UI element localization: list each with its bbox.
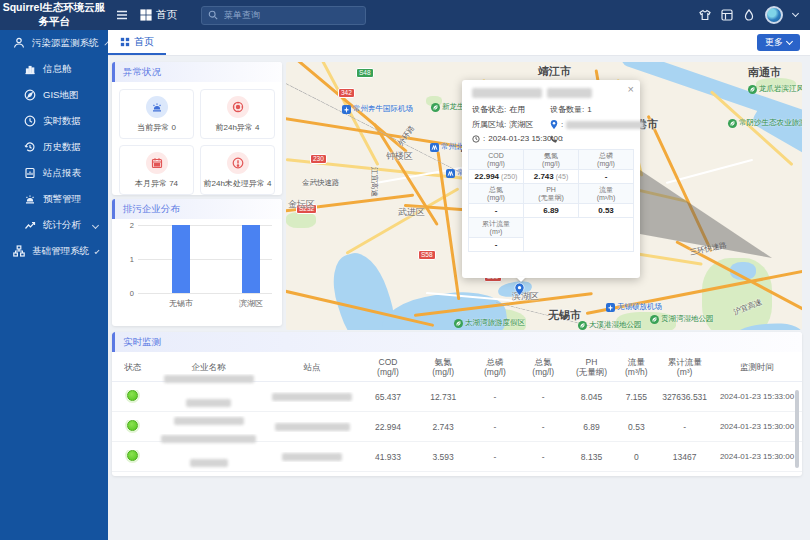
menu-siren-icon [24,193,36,205]
value-cell: 2024-01-23 15:30:00 [712,452,802,461]
menu-search-box[interactable] [201,6,366,25]
leaf-icon [650,315,659,324]
value-cell: - [519,392,567,402]
poi-无锡硕放机场[interactable]: 无锡硕放机场 [606,302,662,312]
topbar-home-label: 首页 [156,8,177,22]
theme-shirt-icon[interactable] [699,9,711,21]
realtime-monitor-card: 实时监测 状态企业名称站点COD(mg/l)氨氮(mg/l)总磷(mg/l)总氮… [112,332,802,476]
topbar-home-link[interactable]: 首页 [140,8,177,22]
pin-icon [550,120,558,129]
road-badge-342: 342 [338,88,355,98]
metric-value-COD: 22.994(250) [469,170,524,184]
sidebar-item-4[interactable]: 历史数据 [0,134,108,160]
sidebar: 污染源监测系统 信息舱GIS地图实时数据历史数据站点报表预警管理统计分析基础管理… [0,30,108,540]
poi-龙爪岩滨江风光带[interactable]: 龙爪岩滨江风光带 [748,84,802,94]
redacted-text [275,423,350,431]
station-redacted [264,452,361,462]
column-name: 状态 [114,362,151,372]
gis-map[interactable]: G42G2S48S38S58S39S232342230S19金武快速路外环路江宜… [286,62,802,330]
sidebar-item-1[interactable]: 信息舱 [0,56,108,82]
layout-icon[interactable] [721,9,733,21]
poi-太湖湾旅游度假区[interactable]: 太湖湾旅游度假区 [454,318,525,328]
metro-icon [430,143,439,152]
abnormal-stat-card-3[interactable]: 本月异常 74 [119,145,194,195]
leaf-icon [454,319,463,328]
sidebar-item-3[interactable]: 实时数据 [0,108,108,134]
metric-header-累计流量: 累计流量(m³) [469,218,524,238]
topbar-actions [699,6,810,24]
column-name: 总氮 [521,357,565,367]
metric-value: 0.53 [598,206,614,215]
value-cell: - [519,452,567,462]
abnormal-stat-card-2[interactable]: 前24h异常 4 [200,89,275,139]
app-title: Squirrel生态环境云服务平台 [0,1,108,29]
popup-title-redacted [462,80,640,100]
value-cell: 22.994 [360,422,415,432]
droplet-icon[interactable] [743,9,755,21]
metric-value-总磷: - [579,170,634,184]
value-cell: 8.135 [567,452,615,462]
abnormal-stat-label: 当前异常 0 [137,122,176,133]
menu-org-icon [13,245,25,257]
sidebar-item-2[interactable]: GIS地图 [0,82,108,108]
metric-limit: (45) [556,173,568,180]
sidebar-item-5[interactable]: 站点报表 [0,160,108,186]
user-avatar[interactable] [765,6,783,24]
metric-value: 6.89 [543,206,559,215]
column-name: 累计流量 [659,357,710,367]
poi-常州奔牛国际机场[interactable]: 常州奔牛国际机场 [342,104,413,114]
abnormal-stat-card-4[interactable]: 前24h未处理异常 4 [200,145,275,195]
table-row[interactable]: 41.9333.593--8.1350134672024-01-23 15:30… [112,442,802,472]
tab-bar: 首页 更多 [108,30,810,56]
chart-gridline [138,293,272,294]
sidebar-root-pollution-system[interactable]: 污染源监测系统 [0,30,108,56]
column-header-总磷: 总磷(mg/l) [471,357,519,377]
metric-value-流量: 0.53 [579,204,634,218]
sidebar-item-6[interactable]: 预警管理 [0,186,108,212]
redacted-text [174,417,244,425]
hamburger-menu-icon[interactable] [116,9,128,21]
table-row[interactable]: 65.43712.731--8.0457.155327636.5312024-0… [112,382,802,412]
metric-value-氨氮: 2.743(45) [524,170,579,184]
city-label: 无锡市 [548,308,581,323]
metric-value: - [495,206,498,215]
district-label: 武进区 [398,206,425,219]
sidebar-item-7[interactable]: 统计分析 [0,212,108,238]
column-name: 企业名称 [155,362,261,372]
column-unit: (无量纲) [569,367,613,377]
chevron-down-icon[interactable] [792,10,799,17]
tab-home-label: 首页 [134,35,154,49]
chevron-down-icon [92,221,99,228]
metric-value-总氮: - [469,204,524,218]
column-header-总氮: 总氮(mg/l) [519,357,567,377]
poi-label: 无锡硕放机场 [617,302,662,312]
close-icon[interactable]: × [628,83,634,95]
poi-贡湖湾湿地公园[interactable]: 贡湖湾湿地公园 [650,314,714,324]
metric-limit: (250) [501,173,517,180]
sidebar-item-base-system[interactable]: 基础管理系统 [0,238,108,264]
poi-常阴沙生态农业旅游区[interactable]: 常阴沙生态农业旅游区 [728,118,802,128]
column-unit: (m³/h) [618,367,655,377]
road-badge-S48: S48 [356,68,374,78]
poi-大溪港湿地公园[interactable]: 大溪港湿地公园 [578,320,642,330]
tab-home[interactable]: 首页 [108,30,166,55]
abnormal-stat-label: 本月异常 74 [135,178,178,189]
abnormal-stat-card-1[interactable]: 当前异常 0 [119,89,194,139]
poi-label: 常阴沙生态农业旅游区 [739,118,802,128]
menu-clock-icon [24,115,36,127]
device-region: 所属区域:滨湖区 [472,119,550,130]
more-button[interactable]: 更多 [757,34,800,51]
map-green-area [286,212,316,228]
device-location-marker[interactable] [514,282,525,296]
road-badge-230: 230 [310,154,327,164]
tab-home-icon [120,37,130,47]
value-cell: - [471,452,519,462]
value-cell: 2024-01-23 15:30:00 [712,422,802,431]
value-cell: 327636.531 [657,392,712,402]
sidebar-item-label: 站点报表 [43,167,81,180]
search-input[interactable] [222,9,352,21]
metric-value: 22.994 [475,172,499,181]
metric-header-总磷: 总磷(mg/l) [579,150,634,170]
device-address-redacted: : [550,119,644,130]
table-scrollbar[interactable] [795,390,799,468]
